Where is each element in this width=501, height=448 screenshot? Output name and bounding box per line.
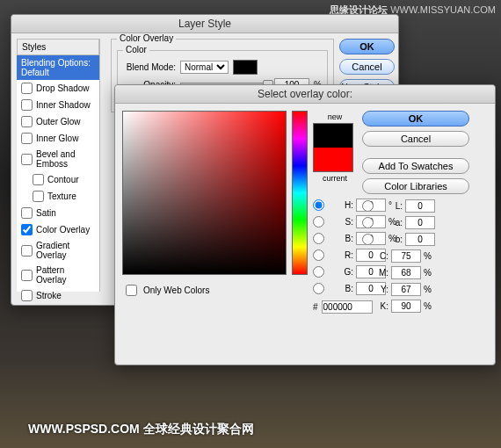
layer-style-title: Layer Style: [11, 15, 398, 33]
a-radio[interactable]: [362, 217, 374, 228]
inner-shadow-checkbox[interactable]: [21, 99, 33, 111]
l-input[interactable]: [405, 199, 435, 213]
a-input[interactable]: [405, 216, 435, 229]
pattern-overlay-checkbox[interactable]: [21, 270, 33, 281]
cp-cancel-button[interactable]: Cancel: [362, 131, 469, 147]
g-radio[interactable]: [313, 266, 324, 278]
watermark-bottom: WWW.PSPSD.COM 全球经典设计聚合网: [28, 422, 254, 437]
color-overlay-checkbox[interactable]: [21, 224, 33, 235]
style-color-overlay[interactable]: Color Overlay: [17, 221, 99, 238]
style-gradient-overlay[interactable]: Gradient Overlay: [17, 238, 99, 263]
color-preview: [313, 123, 353, 172]
overlay-color-swatch[interactable]: [233, 60, 258, 75]
color-field[interactable]: [122, 111, 287, 275]
outer-glow-checkbox[interactable]: [21, 116, 33, 127]
blend-mode-label: Blend Mode:: [123, 62, 176, 72]
ls-ok-button[interactable]: OK: [339, 39, 395, 54]
style-contour[interactable]: Contour: [17, 171, 99, 188]
new-label: new: [313, 112, 357, 121]
color-overlay-legend: Color Overlay: [117, 33, 176, 43]
h-radio[interactable]: [313, 199, 324, 211]
cp-ok-button[interactable]: OK: [362, 111, 469, 126]
r-radio[interactable]: [313, 249, 324, 261]
color-picker-window: Select overlay color: Only Web Colors ne…: [114, 84, 496, 365]
color-picker-title: Select overlay color:: [115, 85, 495, 104]
satin-checkbox[interactable]: [21, 207, 33, 219]
texture-checkbox[interactable]: [33, 191, 44, 202]
k-input[interactable]: [391, 300, 421, 313]
bl-radio[interactable]: [313, 283, 324, 294]
styles-header[interactable]: Styles: [17, 39, 99, 55]
s-radio[interactable]: [313, 216, 324, 228]
bevel-emboss-checkbox[interactable]: [21, 154, 33, 165]
lb-radio[interactable]: [362, 234, 374, 245]
style-inner-glow[interactable]: Inner Glow: [17, 130, 99, 147]
add-to-swatches-button[interactable]: Add To Swatches: [362, 158, 469, 174]
m-input[interactable]: [391, 266, 421, 279]
inner-glow-checkbox[interactable]: [21, 133, 33, 144]
gradient-overlay-checkbox[interactable]: [21, 245, 33, 257]
c-input[interactable]: [391, 249, 421, 263]
only-web-colors-label: Only Web Colors: [143, 285, 209, 295]
style-satin[interactable]: Satin: [17, 205, 99, 221]
hash-label: #: [313, 302, 318, 312]
style-outer-glow[interactable]: Outer Glow: [17, 113, 99, 130]
style-pattern-overlay[interactable]: Pattern Overlay: [17, 263, 99, 287]
y-input[interactable]: [391, 283, 421, 296]
style-inner-shadow[interactable]: Inner Shadow: [17, 97, 99, 113]
lb-input[interactable]: [405, 233, 435, 246]
style-drop-shadow[interactable]: Drop Shadow: [17, 80, 99, 97]
style-stroke[interactable]: Stroke: [17, 287, 99, 304]
contour-checkbox[interactable]: [33, 174, 44, 185]
blending-options-default[interactable]: Blending Options: Default: [17, 55, 99, 80]
style-bevel-emboss[interactable]: Bevel and Emboss: [17, 147, 99, 171]
ls-cancel-button[interactable]: Cancel: [339, 59, 395, 75]
blend-mode-select[interactable]: Normal: [180, 61, 229, 74]
l-radio[interactable]: [362, 200, 374, 212]
b-radio[interactable]: [313, 233, 324, 244]
color-legend: Color: [123, 45, 149, 54]
current-label: current: [313, 174, 357, 183]
stroke-checkbox[interactable]: [21, 290, 33, 301]
color-libraries-button[interactable]: Color Libraries: [362, 178, 469, 194]
styles-list: Styles Blending Options: Default Drop Sh…: [17, 39, 100, 292]
only-web-colors-checkbox[interactable]: [126, 285, 137, 296]
style-texture[interactable]: Texture: [17, 188, 99, 205]
hue-slider[interactable]: [292, 111, 308, 275]
drop-shadow-checkbox[interactable]: [21, 83, 33, 94]
